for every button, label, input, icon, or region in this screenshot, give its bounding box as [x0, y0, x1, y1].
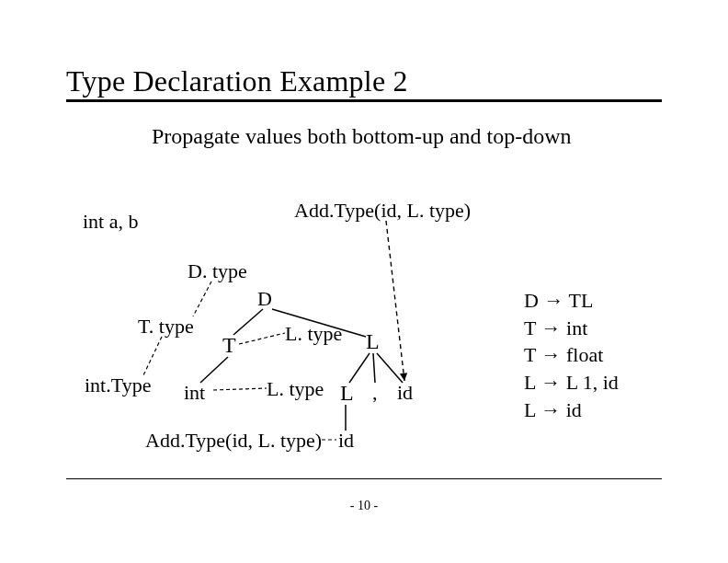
svg-line-10	[213, 388, 267, 390]
slide: Type Declaration Example 2 Propagate val…	[0, 0, 728, 563]
label-t-type: T. type	[138, 315, 194, 339]
node-T: T	[222, 333, 236, 358]
grammar-rules: D → TL T → int T → float L → L 1, id L →…	[524, 287, 619, 423]
page-number: - 10 -	[0, 499, 728, 513]
leaf-id-2: id	[338, 429, 354, 453]
grammar-rule-2: T → int	[524, 315, 619, 342]
node-L1: L	[366, 329, 380, 354]
svg-line-12	[386, 221, 404, 381]
leaf-id-1: id	[397, 381, 413, 405]
annotation-addtype-bottom: Add.Type(id, L. type)	[145, 429, 322, 453]
node-L2: L	[340, 381, 354, 406]
svg-line-5	[377, 353, 403, 383]
svg-line-0	[233, 309, 263, 335]
grammar-rule-3: T → float	[524, 341, 619, 369]
svg-line-3	[349, 353, 370, 383]
slide-subtitle: Propagate values both bottom-up and top-…	[152, 124, 572, 149]
footer-rule	[66, 478, 662, 479]
label-d-type: D. type	[188, 259, 247, 283]
svg-line-8	[143, 337, 162, 375]
label-l-type-2: L. type	[267, 377, 324, 401]
title-rule	[66, 99, 662, 102]
label-l-type-1: L. type	[285, 322, 342, 346]
grammar-rule-4: L → L 1, id	[524, 369, 619, 396]
svg-line-7	[193, 282, 211, 316]
grammar-rule-5: L → id	[524, 396, 619, 424]
label-int-type: int.Type	[85, 373, 151, 397]
slide-title: Type Declaration Example 2	[66, 64, 408, 98]
svg-line-4	[373, 353, 375, 383]
svg-line-2	[200, 357, 228, 383]
leaf-int: int	[184, 381, 205, 405]
annotation-addtype-top: Add.Type(id, L. type)	[294, 199, 471, 223]
leaf-comma: ,	[372, 381, 378, 405]
grammar-rule-1: D → TL	[524, 287, 619, 315]
svg-line-9	[239, 333, 285, 344]
code-snippet: int a, b	[83, 210, 139, 234]
node-D: D	[257, 287, 272, 311]
